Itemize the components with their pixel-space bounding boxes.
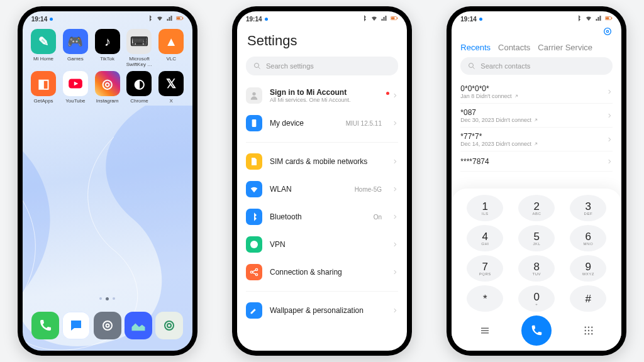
dock-bar	[28, 307, 187, 344]
camera-app[interactable]	[155, 312, 183, 339]
status-dot	[50, 18, 53, 21]
app-mi-home[interactable]: ✎Mi Home	[29, 29, 58, 67]
app-x[interactable]: 𝕏X	[157, 71, 186, 104]
app-tiktok[interactable]: ♪TikTok	[92, 29, 122, 67]
dial-key-6[interactable]: 6MNO	[570, 225, 606, 251]
dial-key-2[interactable]: 2ABC	[518, 195, 555, 221]
dialer-keypad-button[interactable]	[575, 325, 602, 336]
svg-point-30	[585, 333, 586, 334]
chevron-right-icon	[392, 266, 398, 278]
battery-icon	[391, 14, 398, 23]
tab-recents[interactable]: Recents	[460, 43, 491, 52]
settings-row-my-device[interactable]: My deviceMIUI 12.5.11	[237, 109, 407, 137]
status-bar: 19:14	[452, 11, 621, 24]
phone-app[interactable]	[31, 312, 59, 339]
svg-rect-10	[397, 18, 397, 19]
dial-key-8[interactable]: 8TUV	[518, 255, 555, 282]
app-instagram[interactable]: ◎Instagram	[92, 71, 122, 104]
chevron-right-icon	[392, 211, 398, 222]
chevron-right-icon	[606, 156, 613, 167]
search-icon	[468, 62, 475, 70]
signal-icon	[166, 14, 174, 23]
svg-point-22	[607, 30, 609, 32]
bluetooth-icon	[146, 14, 153, 23]
dial-key-5[interactable]: 5JKL	[518, 225, 555, 251]
app-getapps[interactable]: ◧GetApps	[29, 71, 58, 104]
chevron-right-icon	[392, 239, 398, 250]
dial-key-7[interactable]: 7PQRS	[467, 255, 503, 282]
app-youtube[interactable]: YouTube	[60, 71, 90, 104]
svg-point-21	[604, 28, 611, 35]
status-time: 19:14	[31, 16, 48, 23]
chevron-right-icon	[392, 118, 398, 129]
svg-point-24	[585, 327, 586, 328]
dial-key-#[interactable]: #	[570, 285, 606, 312]
battery-icon	[176, 14, 184, 23]
settings-row-sim-cards-mobile-networks[interactable]: SIM cards & mobile networks	[237, 148, 407, 175]
svg-rect-1	[177, 18, 180, 19]
svg-point-4	[103, 321, 112, 330]
chevron-right-icon	[392, 156, 398, 167]
messages-app[interactable]	[62, 312, 90, 339]
settings-row-bluetooth[interactable]: BluetoothOn	[237, 203, 407, 231]
dial-key-0[interactable]: 0+	[518, 285, 555, 312]
app-microsoft-swiftkey-[interactable]: ⌨Microsoft SwiftKey …	[125, 29, 154, 67]
svg-point-14	[250, 241, 258, 248]
call-log: 0*0*0*0*Jan 8 Didn't connect *087Dec 30,…	[452, 80, 621, 172]
wifi-icon	[370, 14, 378, 23]
dial-key-3[interactable]: 3DEF	[570, 195, 606, 221]
tab-contacts[interactable]: Contacts	[498, 43, 530, 52]
call-log-entry[interactable]: 0*0*0*0*Jan 8 Didn't connect	[460, 80, 613, 104]
dial-key-4[interactable]: 4GHI	[467, 225, 503, 251]
dialer-search-input[interactable]: Search contacts	[460, 57, 613, 75]
battery-icon	[605, 14, 613, 23]
svg-rect-19	[606, 18, 609, 19]
svg-point-5	[106, 324, 109, 327]
call-log-entry[interactable]: ****7874	[460, 151, 613, 172]
notification-dot	[386, 92, 389, 95]
svg-point-28	[588, 330, 589, 331]
svg-rect-13	[252, 119, 257, 127]
chevron-right-icon	[606, 110, 613, 121]
chevron-right-icon	[392, 305, 398, 316]
settings-row-wlan[interactable]: WLANHome-5G	[237, 175, 407, 203]
svg-point-31	[588, 333, 589, 334]
dial-key-9[interactable]: 9WXYZ	[570, 255, 606, 282]
settings-row-vpn[interactable]: VPN	[237, 231, 407, 258]
wifi-icon	[156, 14, 164, 23]
dial-key-1[interactable]: 1ILS	[467, 195, 503, 221]
dial-key-*[interactable]: *	[467, 285, 503, 312]
call-button[interactable]	[521, 315, 552, 346]
dialer-menu-button[interactable]	[471, 325, 499, 336]
tab-carrier-service[interactable]: Carrier Service	[538, 43, 592, 52]
svg-point-23	[469, 63, 474, 68]
dial-pad: 1ILS2ABC3DEF4GHI5JKL6MNO7PQRS8TUV9WXYZ*0…	[452, 189, 621, 351]
gallery-app[interactable]	[125, 312, 152, 339]
bluetooth-icon	[360, 14, 368, 23]
dialer-settings-icon[interactable]	[602, 26, 613, 39]
call-log-entry[interactable]: *77*7*Dec 14, 2023 Didn't connect	[460, 128, 613, 151]
signal-icon	[595, 14, 602, 23]
svg-point-29	[591, 330, 592, 331]
app-grid: ✎Mi Home🎮Games♪TikTok⌨Microsoft SwiftKey…	[23, 24, 192, 104]
svg-point-25	[588, 327, 589, 328]
svg-rect-9	[391, 18, 395, 19]
status-bar: 19:14	[237, 11, 407, 24]
app-chrome[interactable]: ◐Chrome	[125, 71, 154, 104]
svg-point-27	[585, 330, 586, 331]
settings-row-wallpaper-personalization[interactable]: Wallpaper & personalization	[237, 297, 407, 324]
page-title: Settings	[237, 24, 407, 53]
status-bar: 19:14	[23, 11, 192, 24]
settings-search-input[interactable]: Search settings	[246, 57, 398, 75]
call-log-entry[interactable]: *087Dec 30, 2023 Didn't connect	[460, 104, 613, 128]
chevron-right-icon	[606, 134, 613, 145]
settings-row-connection-sharing[interactable]: Connection & sharing	[237, 258, 407, 286]
settings-row-account[interactable]: Sign in to Mi Account All Mi services. O…	[237, 82, 407, 109]
settings-app[interactable]	[94, 312, 121, 339]
app-games[interactable]: 🎮Games	[60, 29, 90, 67]
chevron-right-icon	[606, 86, 613, 97]
phone-dialer: 19:14 RecentsContactsCarrier Service Sea…	[447, 6, 626, 356]
app-vlc[interactable]: ▲VLC	[157, 29, 186, 67]
svg-point-6	[165, 321, 174, 330]
svg-rect-2	[182, 18, 183, 19]
